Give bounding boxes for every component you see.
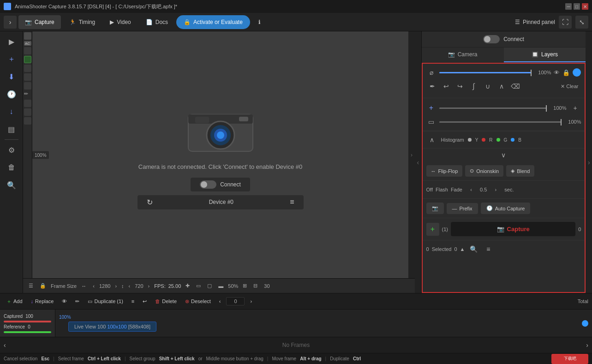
pinned-panel-button[interactable]: ☰ Pinned panel xyxy=(515,19,555,25)
chart-tool-button[interactable]: ∧ xyxy=(496,80,508,92)
nav-expand-button[interactable]: › xyxy=(4,16,17,29)
capture-button[interactable]: 📷 Capture xyxy=(451,222,575,236)
layer-color-picker[interactable] xyxy=(573,68,581,77)
flip-flop-button[interactable]: ↔ Flip-Flop xyxy=(426,165,463,177)
info-button[interactable]: ℹ xyxy=(252,15,267,29)
vert-tool-7[interactable] xyxy=(24,100,31,107)
sidebar-item-import[interactable]: ⬇ xyxy=(3,68,20,85)
curve-tool-button[interactable]: ∫ xyxy=(468,80,480,92)
width-increase[interactable]: › xyxy=(113,282,119,290)
sidebar-item-clock[interactable]: 🕐 xyxy=(3,86,20,102)
vert-tool-9[interactable] xyxy=(24,117,31,125)
deselect-button[interactable]: ⊗ Deselect xyxy=(182,297,214,306)
right-panel-arrow-left[interactable]: › xyxy=(408,31,415,278)
camera-prefix-button[interactable]: 📷 xyxy=(426,203,444,214)
panel-arrow-collapse[interactable]: ‹ xyxy=(415,31,421,293)
next-frame-button[interactable]: › xyxy=(247,297,255,305)
add-button[interactable]: ＋ Add xyxy=(4,297,25,306)
onion-value-increase[interactable]: › xyxy=(490,184,502,196)
device-menu-button[interactable]: ≡ xyxy=(290,198,294,206)
tab-layers[interactable]: 🔲 Layers xyxy=(504,48,586,62)
histogram-expand-button[interactable]: ∨ xyxy=(498,149,509,161)
tab-video[interactable]: ▶ Video xyxy=(103,15,137,29)
clear-button[interactable]: ✕ Clear xyxy=(558,82,581,91)
selected-search-button[interactable]: 🔍 xyxy=(467,243,479,255)
height-increase[interactable]: › xyxy=(146,282,152,290)
redo-button[interactable]: ↪ xyxy=(454,80,466,92)
prefix-button[interactable]: — Prefix xyxy=(447,203,478,214)
plus-slider-container[interactable] xyxy=(439,103,547,113)
minimize-button[interactable]: ─ xyxy=(565,3,572,10)
fullscreen-button[interactable]: ⛶ xyxy=(559,16,572,29)
prev-frame-button[interactable]: ‹ xyxy=(216,297,224,305)
add-crosshair[interactable]: ✚ xyxy=(184,282,191,290)
sidebar-item-add-frame[interactable]: ＋ xyxy=(3,51,20,67)
erase-tool-button[interactable]: ⌫ xyxy=(509,80,521,92)
tab-capture[interactable]: 📷 Capture xyxy=(18,15,61,29)
histogram-dot-b xyxy=(511,138,514,142)
wave-tool-button[interactable]: ∪ xyxy=(482,80,494,92)
onionskin-button[interactable]: ⊙ Onionskin xyxy=(465,165,503,177)
pen-tool-button[interactable]: ✒ xyxy=(426,80,438,92)
vert-tool-pencil[interactable]: ✏ xyxy=(24,91,31,98)
vert-tool-ac[interactable]: AC xyxy=(24,41,31,46)
square-slider-container[interactable] xyxy=(439,117,562,126)
undo-button[interactable]: ↩ xyxy=(440,80,452,92)
panel-arrow-expand[interactable]: › xyxy=(586,31,592,293)
canvas-zoom-label: 100% xyxy=(32,151,49,159)
vert-tool-4[interactable] xyxy=(24,65,31,72)
auto-capture-button[interactable]: 🕐 Auto Capture xyxy=(481,203,531,214)
grid-icon[interactable]: ⊞ xyxy=(241,282,249,290)
vert-tool-3[interactable] xyxy=(24,56,31,63)
frame-nav-next[interactable]: › xyxy=(586,341,588,349)
replace-button[interactable]: ↓ Replace xyxy=(28,297,57,305)
delete-button[interactable]: 🗑 Delete xyxy=(152,297,179,305)
layer-lock-icon[interactable]: 🔒 xyxy=(562,69,570,76)
connect-toggle[interactable] xyxy=(200,180,216,189)
onion-value-decrease[interactable]: ‹ xyxy=(465,184,477,196)
plus-add-button[interactable]: + xyxy=(569,102,581,114)
sidebar-item-settings[interactable]: ⚙ xyxy=(3,142,20,158)
scrubber-handle[interactable] xyxy=(582,320,588,327)
eye-visibility-button[interactable]: 👁 xyxy=(59,297,70,305)
sidebar-item-animate[interactable]: ▶ xyxy=(3,33,20,50)
sidebar-item-trash[interactable]: 🗑 xyxy=(3,159,20,176)
close-button[interactable]: ✕ xyxy=(582,3,588,10)
draw-button[interactable]: ✏ xyxy=(72,297,82,306)
tab-timing[interactable]: 🏃 Timing xyxy=(63,15,102,29)
frame-size-expand[interactable]: ↔ xyxy=(79,282,88,290)
collapse-button[interactable]: ⤡ xyxy=(575,16,588,29)
panel-connect-toggle[interactable] xyxy=(483,35,500,43)
frame-nav-prev[interactable]: ‹ xyxy=(4,341,6,349)
vert-tool-5[interactable] xyxy=(24,73,31,81)
vert-tool-6[interactable] xyxy=(24,82,31,90)
opacity-slider-container[interactable] xyxy=(439,68,532,77)
grid-icon2[interactable]: ⊟ xyxy=(251,282,259,290)
vert-tool-2[interactable] xyxy=(24,47,31,54)
vert-tool-8[interactable] xyxy=(24,108,31,116)
duplicate-button[interactable]: ▭ Duplicate (1) xyxy=(85,297,126,306)
sidebar-item-download[interactable]: ↓ xyxy=(3,103,20,120)
frame-icon[interactable]: ▭ xyxy=(194,282,203,290)
height-decrease[interactable]: ‹ xyxy=(127,282,132,290)
lines-button[interactable]: ≡ xyxy=(129,297,137,305)
blend-button[interactable]: ◈ Blend xyxy=(506,165,534,177)
sidebar-item-search[interactable]: 🔍 xyxy=(3,177,20,193)
selected-menu-button[interactable]: ≡ xyxy=(482,243,494,255)
activate-button[interactable]: 🔒 Activate or Evaluate xyxy=(176,15,250,29)
width-decrease[interactable]: ‹ xyxy=(91,282,96,290)
maximize-button[interactable]: □ xyxy=(574,3,580,10)
rec-icon[interactable]: ▬ xyxy=(216,282,225,290)
undo-edit-button[interactable]: ↩ xyxy=(140,297,149,306)
refresh-button[interactable]: ↻ xyxy=(147,198,153,207)
lock-icon[interactable]: 🔒 xyxy=(38,282,48,290)
capture-add-button[interactable]: + xyxy=(426,223,439,236)
settings-icon[interactable]: ☰ xyxy=(27,282,35,290)
eye-icon[interactable]: 👁 xyxy=(554,69,560,76)
frame-icon2[interactable]: ▢ xyxy=(205,282,214,290)
tab-camera[interactable]: 📷 Camera xyxy=(422,48,504,62)
vert-tool-1[interactable] xyxy=(24,32,31,40)
sidebar-item-layers[interactable]: ▤ xyxy=(3,121,20,137)
histogram-collapse-button[interactable]: ∧ xyxy=(426,134,437,145)
tab-docs[interactable]: 📄 Docs xyxy=(139,15,174,29)
